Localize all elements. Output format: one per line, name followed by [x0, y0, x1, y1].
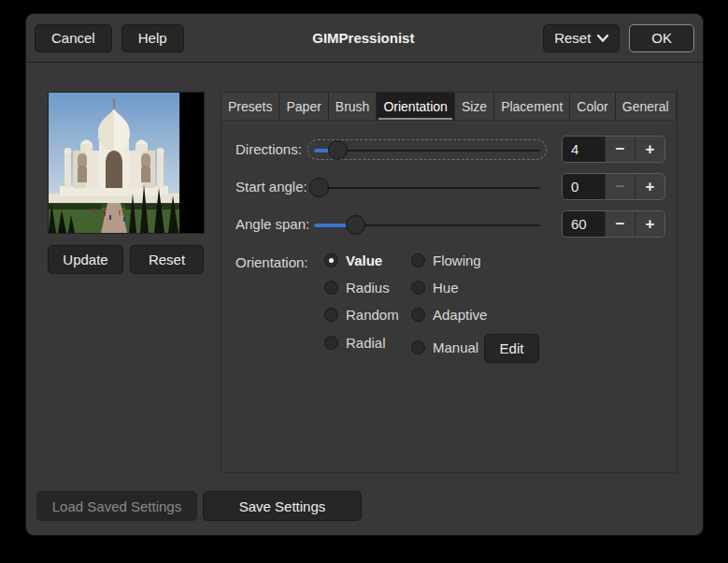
start-angle-label: Start angle:	[236, 178, 307, 196]
directions-value-input[interactable]	[563, 137, 605, 162]
radio-random[interactable]: Random	[324, 307, 399, 323]
radio-manual[interactable]: Manual	[411, 339, 478, 355]
tab-general[interactable]: General	[616, 93, 677, 120]
start-angle-slider[interactable]	[307, 177, 547, 197]
start-angle-minus-button[interactable]: −	[605, 174, 635, 199]
dialog-title: GIMPressionist	[184, 30, 544, 46]
slider-track[interactable]	[314, 187, 540, 189]
radio-random-indicator	[324, 308, 338, 322]
update-preview-button[interactable]: Update	[48, 245, 123, 274]
directions-slider[interactable]	[307, 139, 547, 160]
radio-value[interactable]: Value	[324, 253, 382, 268]
tab-orientation[interactable]: Orientation	[377, 93, 454, 120]
radio-hue[interactable]: Hue	[411, 280, 459, 296]
tab-color[interactable]: Color	[570, 93, 615, 120]
chevron-down-icon	[597, 35, 608, 42]
radio-hue-indicator	[411, 281, 425, 295]
radio-value-indicator	[324, 253, 338, 267]
start-angle-plus-button[interactable]: +	[635, 174, 664, 199]
screen: Cancel Help GIMPressionist Reset OK	[0, 0, 728, 563]
slider-handle[interactable]	[309, 178, 329, 197]
directions-minus-button[interactable]: −	[605, 137, 635, 162]
tab-presets[interactable]: Presets	[221, 93, 279, 120]
slider-handle[interactable]	[346, 215, 365, 235]
tab-size[interactable]: Size	[455, 93, 494, 120]
radio-adaptive[interactable]: Adaptive	[411, 307, 487, 323]
reset-dropdown-label: Reset	[554, 30, 591, 46]
cancel-button[interactable]: Cancel	[35, 24, 112, 52]
angle-span-value-input[interactable]	[563, 211, 605, 237]
preview-frame	[48, 92, 205, 234]
radio-radial[interactable]: Radial	[324, 335, 386, 351]
radio-adaptive-indicator	[411, 308, 425, 322]
radio-radius[interactable]: Radius	[324, 280, 390, 296]
header-bar: Cancel Help GIMPressionist Reset OK	[26, 14, 703, 63]
tab-brush[interactable]: Brush	[329, 93, 378, 120]
angle-span-spinbutton: − +	[562, 210, 665, 238]
angle-span-label: Angle span:	[236, 215, 309, 234]
directions-label: Directions:	[236, 140, 302, 159]
slider-track[interactable]	[314, 150, 540, 152]
save-settings-button[interactable]: Save Settings	[203, 491, 362, 521]
settings-notebook: Presets Paper Brush Orientation Size Pla…	[221, 92, 678, 473]
slider-handle[interactable]	[328, 140, 348, 160]
orientation-label: Orientation:	[236, 253, 308, 272]
ok-button[interactable]: OK	[629, 24, 694, 52]
edit-button[interactable]: Edit	[484, 334, 539, 363]
tab-strip: Presets Paper Brush Orientation Size Pla…	[221, 93, 677, 121]
radio-manual-indicator	[411, 340, 425, 354]
gimpressionist-dialog: Cancel Help GIMPressionist Reset OK	[25, 13, 704, 536]
radio-radial-indicator	[324, 336, 338, 350]
radio-radius-indicator	[324, 281, 338, 295]
angle-span-slider[interactable]	[307, 214, 547, 235]
preview-image	[49, 93, 179, 233]
angle-span-plus-button[interactable]: +	[635, 211, 664, 237]
tab-paper[interactable]: Paper	[279, 93, 328, 120]
tab-placement[interactable]: Placement	[494, 93, 570, 120]
radio-flowing[interactable]: Flowing	[411, 253, 481, 268]
start-angle-spinbutton: − +	[562, 173, 665, 200]
reset-dropdown-button[interactable]: Reset	[543, 24, 620, 52]
load-saved-settings-button[interactable]: Load Saved Settings	[36, 491, 197, 521]
radio-flowing-indicator	[411, 253, 425, 267]
help-button[interactable]: Help	[121, 24, 184, 52]
angle-span-minus-button[interactable]: −	[605, 211, 635, 237]
directions-spinbutton: − +	[562, 136, 665, 163]
directions-plus-button[interactable]: +	[635, 137, 664, 162]
start-angle-value-input[interactable]	[563, 174, 605, 199]
reset-preview-button[interactable]: Reset	[130, 245, 204, 274]
